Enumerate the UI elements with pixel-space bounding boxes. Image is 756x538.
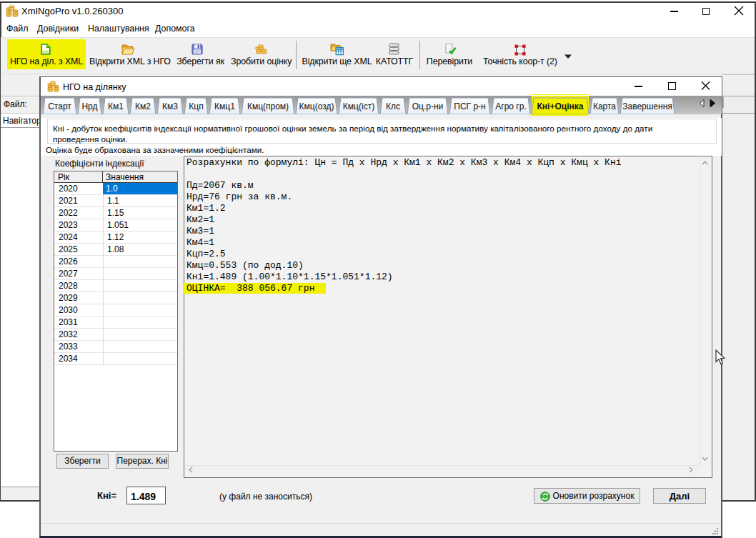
svg-text:Оц.р-ни: Оц.р-ни <box>412 101 444 111</box>
svg-text:Кцп: Кцп <box>189 101 203 111</box>
svg-text:Км3: Км3 <box>162 101 178 111</box>
svg-text:Клс: Клс <box>386 101 400 111</box>
svg-text:Агро гр.: Агро гр. <box>495 101 526 111</box>
svg-text:Нрд: Нрд <box>81 101 97 111</box>
svg-text:Кмц(пром): Кмц(пром) <box>247 101 289 111</box>
svg-text:Старт: Старт <box>48 101 71 111</box>
svg-text:Кмц(озд): Кмц(озд) <box>299 101 334 111</box>
svg-text:ПСГ р-н: ПСГ р-н <box>454 101 485 111</box>
svg-text:Км2: Км2 <box>135 101 151 111</box>
svg-text:Завершення: Завершення <box>622 101 672 111</box>
svg-text:Кні+Оцінка: Кні+Оцінка <box>537 101 584 111</box>
svg-text:Кмц1: Кмц1 <box>214 101 235 111</box>
svg-text:Карта: Карта <box>593 101 616 111</box>
svg-text:Кмц(іст): Кмц(іст) <box>343 101 374 111</box>
svg-text:Км1: Км1 <box>108 101 124 111</box>
